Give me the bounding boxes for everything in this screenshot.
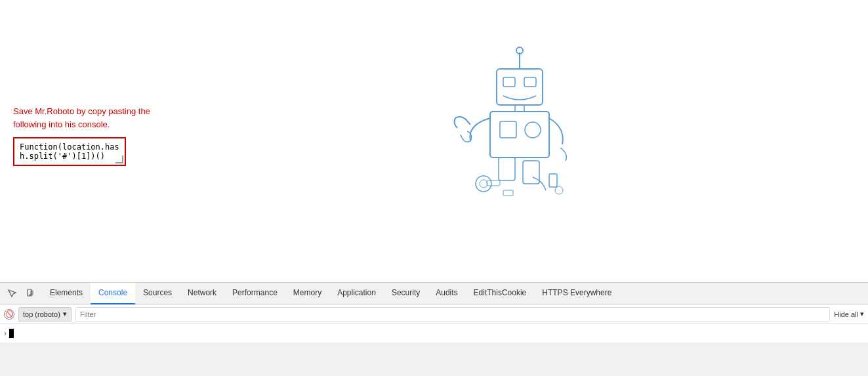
hide-all-label: Hide all: [834, 310, 858, 318]
tab-console[interactable]: Console: [91, 283, 135, 304]
tab-memory[interactable]: Memory: [285, 283, 329, 304]
tab-security[interactable]: Security: [384, 283, 428, 304]
svg-rect-9: [499, 157, 515, 180]
svg-point-8: [525, 122, 541, 138]
console-toolbar: 🚫 top (roboto) ▾ Hide all ▾: [0, 304, 868, 324]
filter-input[interactable]: [75, 307, 830, 322]
svg-rect-14: [503, 190, 513, 196]
context-selector[interactable]: top (roboto) ▾: [18, 307, 72, 322]
svg-rect-3: [503, 77, 515, 87]
hide-all-button[interactable]: Hide all ▾: [834, 310, 864, 318]
save-mr-roboto-text: Save Mr.Roboto by copy pasting the follo…: [13, 105, 171, 131]
robot-illustration: [171, 13, 868, 217]
svg-rect-5: [515, 105, 524, 112]
svg-rect-16: [487, 180, 500, 186]
console-chevron-icon: ›: [4, 329, 7, 338]
inspect-element-icon[interactable]: [3, 284, 21, 303]
svg-point-11: [476, 176, 491, 192]
svg-rect-13: [549, 174, 557, 187]
tab-audits[interactable]: Audits: [428, 283, 465, 304]
svg-point-15: [555, 186, 563, 194]
svg-rect-7: [500, 121, 516, 138]
tabs-left-icons: [3, 284, 39, 303]
console-input-area: ›: [0, 324, 868, 343]
tab-elements[interactable]: Elements: [42, 283, 91, 304]
tab-performance[interactable]: Performance: [224, 283, 285, 304]
code-snippet[interactable]: Function(location.hash.split('#')[1])(): [13, 137, 126, 166]
main-content: Save Mr.Roboto by copy pasting the follo…: [0, 0, 868, 282]
left-panel: Save Mr.Roboto by copy pasting the follo…: [13, 13, 171, 166]
device-toolbar-icon[interactable]: [21, 284, 39, 303]
svg-rect-6: [490, 112, 549, 157]
console-cursor: [9, 329, 14, 338]
code-text: Function(location.hash.split('#')[1])(): [20, 142, 119, 161]
tab-editthiscookie[interactable]: EditThisCookie: [466, 283, 535, 304]
clear-console-button[interactable]: 🚫: [4, 309, 14, 320]
devtools-panel: ElementsConsoleSourcesNetworkPerformance…: [0, 282, 868, 376]
robot-svg: [447, 33, 592, 217]
tab-network[interactable]: Network: [180, 283, 224, 304]
tabs-container: ElementsConsoleSourcesNetworkPerformance…: [42, 283, 619, 304]
svg-rect-4: [524, 77, 536, 87]
hide-all-arrow-icon: ▾: [860, 310, 864, 318]
context-value: top (roboto): [23, 310, 60, 318]
tab-sources[interactable]: Sources: [135, 283, 180, 304]
svg-point-12: [480, 180, 487, 188]
context-dropdown-icon: ▾: [63, 310, 67, 318]
tab-https-everywhere[interactable]: HTTPS Everywhere: [534, 283, 619, 304]
tab-application[interactable]: Application: [329, 283, 384, 304]
svg-rect-10: [523, 161, 539, 184]
tabs-bar: ElementsConsoleSourcesNetworkPerformance…: [0, 283, 868, 304]
